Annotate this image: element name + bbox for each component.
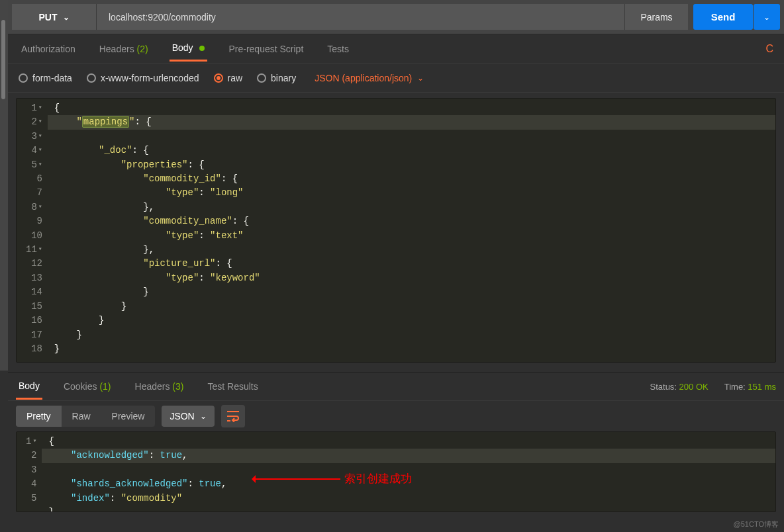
mode-raw[interactable]: Raw (62, 406, 101, 427)
dot-icon (199, 46, 205, 51)
arrow-icon (254, 478, 340, 480)
radio-raw[interactable]: raw (214, 73, 243, 83)
status-value: 200 OK (679, 382, 709, 392)
radio-label: form-data (32, 73, 72, 83)
body-type-row: form-data x-www-form-urlencoded raw bina… (8, 64, 784, 93)
radio-binary[interactable]: binary (257, 73, 296, 83)
url-input[interactable] (97, 4, 624, 30)
response-type-label: JSON (170, 411, 194, 421)
time-value: 151 ms (748, 382, 776, 392)
status-block: Status: 200 OK Time: 151 ms (650, 382, 776, 392)
response-type-select[interactable]: JSON ⌄ (162, 406, 214, 427)
res-tab-headers-label: Headers (135, 381, 170, 392)
editor-gutter: 1 ▾ 2 ▾ 3 ▾ 4 ▾ 5 ▾ 6 7 8 ▾ 9 10 11 ▾ 12… (17, 99, 48, 359)
send-dropdown-button[interactable]: ⌄ (754, 4, 780, 30)
mode-pretty[interactable]: Pretty (16, 406, 62, 427)
request-body-editor[interactable]: 1 ▾ 2 ▾ 3 ▾ 4 ▾ 5 ▾ 6 7 8 ▾ 9 10 11 ▾ 12… (16, 98, 776, 363)
tab-headers[interactable]: Headers (2) (97, 37, 151, 61)
radio-label: raw (228, 73, 243, 83)
http-method-select[interactable]: PUT ⌄ (12, 4, 97, 30)
chevron-down-icon: ⌄ (417, 73, 424, 83)
left-scrollbar[interactable] (0, 0, 8, 371)
watermark: @51CTO博客 (734, 519, 779, 529)
res-tab-cookies-count: (1) (99, 381, 111, 392)
editor-gutter: 1 ▾ 2 3 4 5 (17, 432, 42, 512)
overflow-indicator: C (765, 43, 773, 55)
res-tab-cookies-label: Cookies (64, 381, 97, 392)
radio-label: x-www-form-urlencoded (101, 73, 199, 83)
res-tab-headers[interactable]: Headers (3) (132, 375, 187, 398)
annotation-text: 索引创建成功 (344, 471, 412, 486)
wrap-lines-button[interactable] (221, 405, 245, 427)
chevron-down-icon: ⌄ (763, 13, 770, 22)
editor-code[interactable]: { "mappings": { "_doc": { "properties": … (48, 99, 775, 359)
content-type-label: JSON (application/json) (315, 73, 412, 83)
annotation: 索引创建成功 (254, 471, 412, 486)
request-tabs: Authorization Headers (2) Body Pre-reque… (8, 34, 784, 64)
tab-tests[interactable]: Tests (324, 37, 352, 61)
http-method-label: PUT (39, 12, 58, 22)
response-tabs: Body Cookies (1) Headers (3) Test Result… (8, 372, 784, 401)
content-type-select[interactable]: JSON (application/json) ⌄ (315, 73, 424, 83)
request-bar: PUT ⌄ Params Send ⌄ (8, 0, 784, 34)
tab-headers-count: (2) (137, 44, 148, 54)
params-label: Params (640, 12, 672, 22)
time-label: Time: (724, 382, 746, 392)
response-mode-bar: Pretty Raw Preview JSON ⌄ (8, 401, 784, 431)
tab-body-label: Body (172, 42, 193, 53)
radio-form-data[interactable]: form-data (19, 73, 72, 83)
radio-urlencoded[interactable]: x-www-form-urlencoded (87, 73, 199, 83)
wrap-icon (226, 410, 240, 422)
res-tab-body[interactable]: Body (16, 374, 42, 400)
tab-prerequest[interactable]: Pre-request Script (226, 37, 306, 61)
send-button[interactable]: Send (693, 4, 753, 30)
radio-label: binary (271, 73, 296, 83)
chevron-down-icon: ⌄ (200, 412, 207, 421)
params-button[interactable]: Params (624, 4, 688, 30)
tab-headers-label: Headers (99, 44, 134, 54)
chevron-down-icon: ⌄ (63, 13, 70, 22)
tab-body[interactable]: Body (170, 36, 208, 62)
mode-preview[interactable]: Preview (101, 406, 156, 427)
res-tab-testresults[interactable]: Test Results (205, 375, 260, 398)
send-label: Send (711, 11, 736, 22)
res-tab-headers-count: (3) (172, 381, 183, 392)
tab-authorization[interactable]: Authorization (19, 37, 78, 61)
status-label: Status: (650, 382, 677, 392)
res-tab-cookies[interactable]: Cookies (1) (61, 375, 114, 398)
